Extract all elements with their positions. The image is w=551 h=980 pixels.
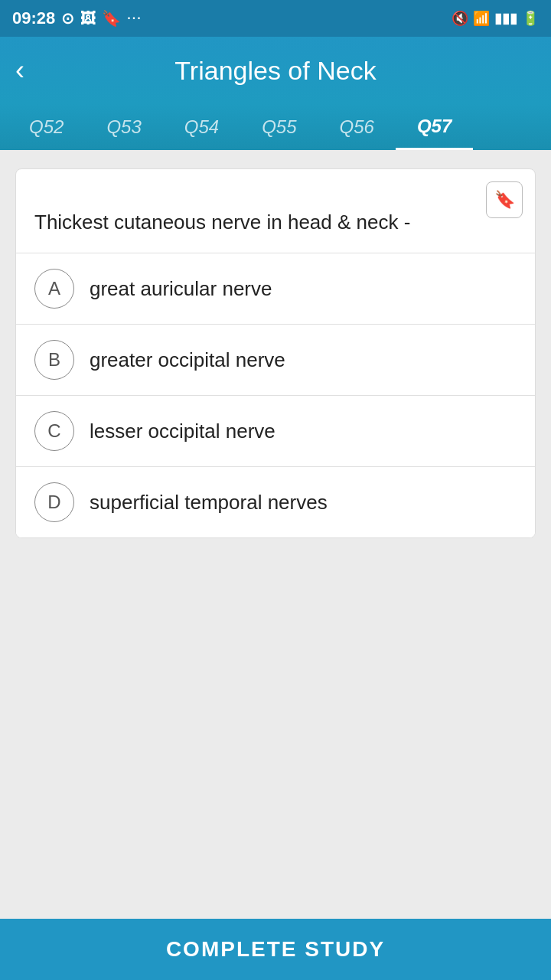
option-d-row[interactable]: D superficial temporal nerves <box>16 467 535 537</box>
tab-bar: Q52 Q53 Q54 Q55 Q56 Q57 <box>0 104 551 150</box>
bookmark-status-icon: 🔖 <box>102 9 121 28</box>
wifi-icon: 📶 <box>473 10 490 27</box>
status-bar: 09:28 ⊙ 🖼 🔖 ··· 🔇 📶 ▮▮▮ 🔋 <box>0 0 551 37</box>
tab-q55[interactable]: Q55 <box>240 104 318 150</box>
option-d-circle: D <box>34 482 74 522</box>
gallery-icon: 🖼 <box>80 10 96 28</box>
option-a-text: great auricular nerve <box>90 277 272 301</box>
tab-q53[interactable]: Q53 <box>85 104 162 150</box>
status-time: 09:28 <box>12 8 55 28</box>
signal-icon: ▮▮▮ <box>494 10 517 27</box>
option-c-text: lesser occipital nerve <box>90 420 276 443</box>
option-b-circle: B <box>34 340 74 380</box>
back-button[interactable]: ‹ <box>15 57 24 84</box>
bookmark-icon: 🔖 <box>494 190 515 210</box>
battery-icon: 🔋 <box>522 10 539 27</box>
question-header: 🔖 Thickest cutaneous nerve in head & nec… <box>16 169 535 253</box>
option-c-row[interactable]: C lesser occipital nerve <box>16 396 535 467</box>
header: ‹ Triangles of Neck <box>0 37 551 104</box>
bookmark-button[interactable]: 🔖 <box>486 181 523 218</box>
option-b-row[interactable]: B greater occipital nerve <box>16 325 535 396</box>
option-c-label: C <box>47 420 60 442</box>
tab-q54[interactable]: Q54 <box>163 104 240 150</box>
option-b-label: B <box>48 349 60 371</box>
question-text: Thickest cutaneous nerve in head & neck … <box>34 185 517 237</box>
option-b-text: greater occipital nerve <box>90 348 285 372</box>
option-d-text: superficial temporal nerves <box>90 491 328 514</box>
tab-q52[interactable]: Q52 <box>8 104 85 150</box>
tab-q56[interactable]: Q56 <box>318 104 396 150</box>
mute-icon: 🔇 <box>452 10 468 27</box>
question-card: 🔖 Thickest cutaneous nerve in head & nec… <box>15 168 536 538</box>
status-bar-right: 🔇 📶 ▮▮▮ 🔋 <box>452 10 539 27</box>
option-c-circle: C <box>34 411 74 451</box>
status-bar-left: 09:28 ⊙ 🖼 🔖 ··· <box>12 8 142 28</box>
tab-q57[interactable]: Q57 <box>396 104 473 150</box>
page-title: Triangles of Neck <box>174 56 376 86</box>
main-content: 🔖 Thickest cutaneous nerve in head & nec… <box>0 150 551 919</box>
option-a-row[interactable]: A great auricular nerve <box>16 253 535 325</box>
more-icon: ··· <box>127 11 142 25</box>
complete-study-label: COMPLETE STUDY <box>166 937 385 962</box>
app-icon: ⊙ <box>61 9 74 28</box>
option-d-label: D <box>47 492 60 513</box>
option-a-label: A <box>48 278 60 299</box>
option-a-circle: A <box>34 269 74 309</box>
complete-study-button[interactable]: COMPLETE STUDY <box>0 919 551 980</box>
